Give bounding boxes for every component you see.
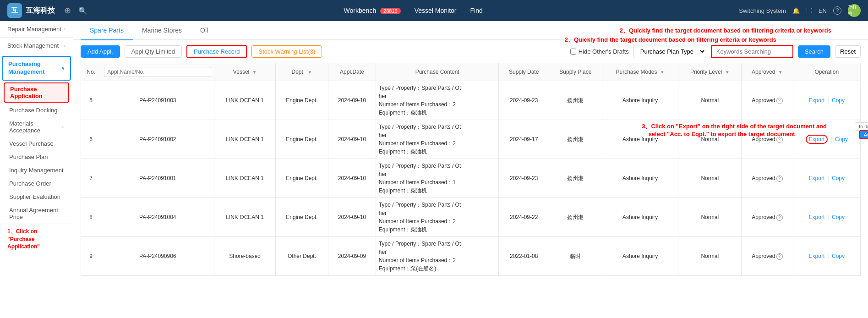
- sidebar-sub-annual-agreement-price[interactable]: Annual Agreement Price: [0, 203, 73, 224]
- fullscreen-icon[interactable]: ⛶: [806, 7, 812, 14]
- hide-others-drafts-input[interactable]: [570, 49, 576, 55]
- cell-appl-no: PA-P24090906: [101, 237, 214, 276]
- add-appl-button[interactable]: Add Appl.: [81, 45, 120, 58]
- cell-dept: Engine Dept.: [275, 120, 328, 159]
- sidebar-sub-inquiry-management[interactable]: Inquiry Management: [0, 164, 73, 177]
- top-navigation: 互 互海科技 ⊕ 🔍 Workbench 28815 Vessel Monito…: [0, 0, 868, 21]
- cell-purchase-content: Type / Property：Spare Parts / OtherNumbe…: [376, 159, 499, 198]
- cell-approved: Approved?: [742, 81, 793, 120]
- hide-others-drafts-checkbox[interactable]: Hide Other's Drafts: [570, 48, 629, 55]
- sidebar-sub-purchase-order[interactable]: Purchase Order: [0, 177, 73, 190]
- search-icon[interactable]: 🔍: [78, 6, 87, 15]
- bell-icon[interactable]: 🔔: [792, 7, 800, 14]
- cell-supply-place: 临时: [549, 237, 602, 276]
- cell-vessel: LINK OCEAN 1: [214, 159, 276, 198]
- cell-purchase-modes: Ashore Inquiry: [602, 237, 678, 276]
- cell-purchase-modes: Ashore Inquiry: [602, 81, 678, 120]
- cell-supply-date: 2024-09-17: [499, 120, 549, 159]
- cell-priority-level: Normal: [678, 198, 742, 237]
- table-header-row: No. Vessel ▼ Dept. ▼ Appl.Date Purchase …: [81, 63, 861, 81]
- copy-button[interactable]: Copy: [832, 214, 845, 220]
- table-row: 7 PA-P24091001 LINK OCEAN 1 Engine Dept.…: [81, 159, 861, 198]
- export-button[interactable]: Export: [809, 214, 825, 220]
- workbench-badge: 28815: [380, 8, 401, 14]
- purchase-plan-type-select[interactable]: Purchase Plan Type: [633, 45, 706, 58]
- cell-vessel: LINK OCEAN 1: [214, 81, 276, 120]
- cell-operation: Export | Copy: [793, 198, 860, 237]
- cell-approved: Approved?: [742, 198, 793, 237]
- col-purchase-modes: Purchase Modes ▼: [602, 63, 678, 81]
- col-priority-level: Priority Level ▼: [678, 63, 742, 81]
- info-icon[interactable]: ?: [776, 175, 783, 182]
- sidebar: Repair Management › Stock Management › P…: [0, 21, 73, 318]
- copy-button[interactable]: Copy: [832, 175, 845, 181]
- main-layout: Repair Management › Stock Management › P…: [0, 21, 868, 318]
- col-no: No.: [81, 63, 101, 81]
- reset-button[interactable]: Reset: [835, 45, 861, 58]
- sidebar-sub-purchase-application[interactable]: Purchase Application: [4, 82, 69, 103]
- company-logo[interactable]: 互 互海科技: [7, 3, 55, 18]
- info-icon[interactable]: ?: [776, 253, 783, 260]
- cell-vessel: Shore-based: [214, 237, 276, 276]
- cell-no: 9: [81, 237, 101, 276]
- switching-system-button[interactable]: Switching System: [739, 7, 786, 14]
- nav-icons: ⊕ 🔍: [64, 5, 87, 16]
- export-button[interactable]: Export: [809, 253, 825, 259]
- cell-supply-place: 扬州港: [549, 81, 602, 120]
- cell-appl-date: 2024-09-09: [328, 237, 376, 276]
- cell-no: 8: [81, 198, 101, 237]
- add-icon[interactable]: ⊕: [64, 5, 71, 16]
- table-row: 6 PA-P24091002 LINK OCEAN 1 Engine Dept.…: [81, 120, 861, 159]
- cell-dept: Engine Dept.: [275, 198, 328, 237]
- purchase-table: No. Vessel ▼ Dept. ▼ Appl.Date Purchase …: [81, 63, 861, 276]
- cell-no: 7: [81, 159, 101, 198]
- sidebar-section-stock: Stock Management ›: [0, 38, 73, 54]
- appl-qty-limited-button[interactable]: Appl.Qty Limited: [125, 45, 182, 58]
- copy-button[interactable]: Copy: [832, 97, 845, 104]
- export-button[interactable]: Export: [806, 135, 828, 144]
- sidebar-item-purchasing-management[interactable]: Purchasing Management ∨: [2, 56, 71, 81]
- workbench-link[interactable]: Workbench 28815: [344, 7, 401, 14]
- find-link[interactable]: Find: [470, 7, 482, 14]
- copy-button[interactable]: Copy: [835, 136, 848, 143]
- sidebar-sub-materials-acceptance[interactable]: Materials Acceptance ›: [0, 117, 73, 137]
- cell-appl-date: 2024-09-10: [328, 159, 376, 198]
- cell-purchase-modes: Ashore Inquiry: [602, 159, 678, 198]
- info-icon[interactable]: ?: [776, 214, 783, 221]
- stock-warning-button[interactable]: Stock Warning List(3): [251, 45, 322, 58]
- appl-name-filter-input[interactable]: [104, 67, 211, 77]
- sidebar-sub-supplier-evaluation[interactable]: Supplier Evaluation: [0, 190, 73, 203]
- cell-appl-date: 2024-09-10: [328, 120, 376, 159]
- col-dept: Dept. ▼: [275, 63, 328, 81]
- cell-purchase-content: Type / Property：Spare Parts / OtherNumbe…: [376, 120, 499, 159]
- keywords-search-input[interactable]: [711, 45, 793, 58]
- cell-supply-place: 扬州港: [549, 120, 602, 159]
- cell-priority-level: Normal: [678, 120, 742, 159]
- cell-operation: Export | Copy: [793, 159, 860, 198]
- tab-marine-stores[interactable]: Marine Stores: [133, 21, 191, 40]
- company-name: 互海科技: [26, 6, 55, 16]
- sidebar-item-stock-management[interactable]: Stock Management ›: [0, 38, 73, 54]
- avatar[interactable]: 孙红梅: [848, 4, 861, 17]
- info-icon[interactable]: ?: [776, 137, 783, 143]
- tab-spare-parts[interactable]: Spare Parts: [81, 21, 133, 40]
- info-icon[interactable]: ?: [776, 98, 783, 104]
- tab-oil[interactable]: Oil: [191, 21, 217, 40]
- cell-approved: Approved?: [742, 159, 793, 198]
- language-button[interactable]: EN: [819, 7, 827, 14]
- export-button[interactable]: Export: [809, 175, 825, 181]
- help-icon[interactable]: ?: [833, 6, 841, 15]
- sidebar-item-repair-management[interactable]: Repair Management ›: [0, 21, 73, 37]
- sidebar-sub-purchase-docking[interactable]: Purchase Docking: [0, 104, 73, 117]
- export-button[interactable]: Export: [809, 97, 825, 104]
- copy-button[interactable]: Copy: [832, 253, 845, 259]
- sidebar-sub-vessel-purchase[interactable]: Vessel Purchase: [0, 137, 73, 150]
- purchase-record-button[interactable]: Purchase Record: [186, 45, 247, 58]
- cell-appl-date: 2024-09-10: [328, 198, 376, 237]
- cell-priority-level: Normal: [678, 237, 742, 276]
- table-row: 5 PA-P24091003 LINK OCEAN 1 Engine Dept.…: [81, 81, 861, 120]
- search-button[interactable]: Search: [798, 45, 830, 58]
- sidebar-sub-purchase-plan[interactable]: Purchase Plan: [0, 150, 73, 164]
- toolbar-right: Hide Other's Drafts Purchase Plan Type S…: [570, 45, 861, 58]
- vessel-monitor-link[interactable]: Vessel Monitor: [415, 7, 457, 14]
